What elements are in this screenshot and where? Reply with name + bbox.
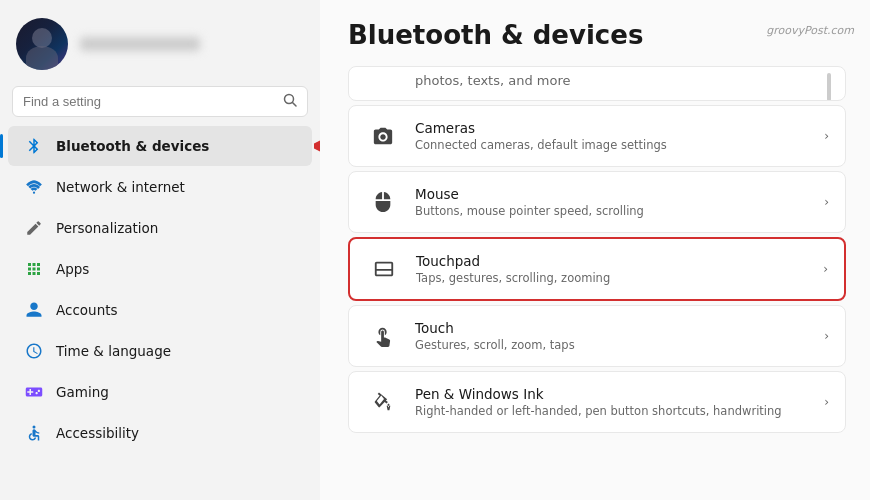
sidebar-item-accounts[interactable]: Accounts	[8, 290, 312, 330]
touchpad-chevron: ›	[823, 262, 828, 276]
watermark: groovyPost.com	[766, 24, 854, 37]
sidebar-item-gaming-label: Gaming	[56, 384, 109, 400]
time-icon	[24, 341, 44, 361]
sidebar-item-accessibility-label: Accessibility	[56, 425, 139, 441]
personalization-icon	[24, 218, 44, 238]
cameras-subtitle: Connected cameras, default image setting…	[415, 138, 816, 152]
scroll-indicator	[827, 73, 831, 101]
touchpad-title: Touchpad	[416, 253, 815, 269]
sidebar-item-personalization[interactable]: Personalization	[8, 208, 312, 248]
sidebar-item-time-label: Time & language	[56, 343, 171, 359]
sidebar-nav: Bluetooth & devices Network & internet	[0, 125, 320, 500]
pen-text: Pen & Windows Ink Right-handed or left-h…	[415, 386, 816, 418]
sidebar-item-gaming[interactable]: Gaming	[8, 372, 312, 412]
touchpad-icon	[366, 251, 402, 287]
cameras-title: Cameras	[415, 120, 816, 136]
bluetooth-icon	[24, 136, 44, 156]
mouse-text: Mouse Buttons, mouse pointer speed, scro…	[415, 186, 816, 218]
sidebar-item-accounts-label: Accounts	[56, 302, 118, 318]
camera-icon	[365, 118, 401, 154]
touch-subtitle: Gestures, scroll, zoom, taps	[415, 338, 816, 352]
settings-item-touch[interactable]: Touch Gestures, scroll, zoom, taps ›	[348, 305, 846, 367]
sidebar-item-apps-label: Apps	[56, 261, 89, 277]
partial-item-text: photos, texts, and more	[365, 73, 571, 88]
cameras-chevron: ›	[824, 129, 829, 143]
sidebar-item-personalization-label: Personalization	[56, 220, 158, 236]
mouse-chevron: ›	[824, 195, 829, 209]
settings-item-mouse[interactable]: Mouse Buttons, mouse pointer speed, scro…	[348, 171, 846, 233]
touch-title: Touch	[415, 320, 816, 336]
touch-chevron: ›	[824, 329, 829, 343]
accounts-icon	[24, 300, 44, 320]
profile-name-blurred	[80, 37, 200, 51]
settings-item-touchpad[interactable]: Touchpad Taps, gestures, scrolling, zoom…	[348, 237, 846, 301]
touch-icon	[365, 318, 401, 354]
apps-icon	[24, 259, 44, 279]
partial-item[interactable]: photos, texts, and more	[348, 66, 846, 101]
cameras-text: Cameras Connected cameras, default image…	[415, 120, 816, 152]
svg-point-4	[33, 426, 36, 429]
sidebar-item-network-label: Network & internet	[56, 179, 185, 195]
pen-icon	[365, 384, 401, 420]
settings-list: photos, texts, and more Cameras Connecte…	[348, 66, 846, 433]
sidebar-item-network[interactable]: Network & internet	[8, 167, 312, 207]
sidebar-item-apps[interactable]: Apps	[8, 249, 312, 289]
pen-title: Pen & Windows Ink	[415, 386, 816, 402]
main-content: groovyPost.com Bluetooth & devices photo…	[320, 0, 870, 500]
mouse-title: Mouse	[415, 186, 816, 202]
touchpad-text: Touchpad Taps, gestures, scrolling, zoom…	[416, 253, 815, 285]
accessibility-icon	[24, 423, 44, 443]
touch-text: Touch Gestures, scroll, zoom, taps	[415, 320, 816, 352]
sidebar-item-accessibility[interactable]: Accessibility	[8, 413, 312, 453]
svg-line-1	[293, 103, 297, 107]
pen-chevron: ›	[824, 395, 829, 409]
touchpad-subtitle: Taps, gestures, scrolling, zooming	[416, 271, 815, 285]
profile-section	[0, 0, 320, 86]
settings-item-cameras[interactable]: Cameras Connected cameras, default image…	[348, 105, 846, 167]
network-icon	[24, 177, 44, 197]
mouse-icon	[365, 184, 401, 220]
search-bar[interactable]	[12, 86, 308, 117]
sidebar: Bluetooth & devices Network & internet	[0, 0, 320, 500]
search-input[interactable]	[23, 94, 277, 109]
avatar	[16, 18, 68, 70]
sidebar-item-time[interactable]: Time & language	[8, 331, 312, 371]
mouse-subtitle: Buttons, mouse pointer speed, scrolling	[415, 204, 816, 218]
sidebar-item-bluetooth[interactable]: Bluetooth & devices	[8, 126, 312, 166]
settings-item-pen[interactable]: Pen & Windows Ink Right-handed or left-h…	[348, 371, 846, 433]
pen-subtitle: Right-handed or left-handed, pen button …	[415, 404, 816, 418]
search-icon	[283, 93, 297, 110]
sidebar-item-bluetooth-label: Bluetooth & devices	[56, 138, 209, 154]
gaming-icon	[24, 382, 44, 402]
